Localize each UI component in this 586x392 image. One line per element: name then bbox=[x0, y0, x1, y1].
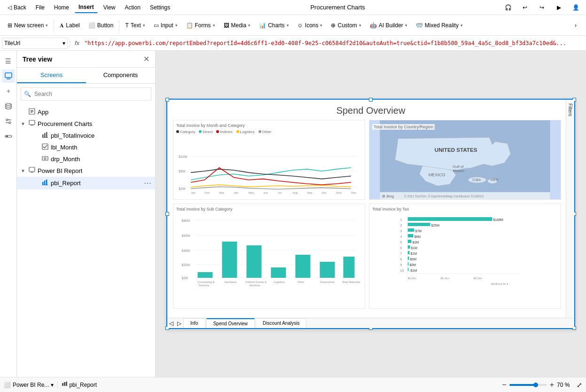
map-svg: UNITED STATES MEXICO Gulf of Mexico CUBA… bbox=[369, 120, 561, 199]
more-toolbar-button[interactable]: › bbox=[569, 19, 582, 32]
strip-data-icon[interactable] bbox=[2, 100, 15, 113]
strip-variables-icon[interactable] bbox=[2, 115, 15, 128]
svg-text:$2M: $2M bbox=[182, 276, 188, 280]
dropdown-icon bbox=[41, 155, 49, 163]
tree-item-total-invoice[interactable]: pbl_TotalInvoice bbox=[17, 130, 155, 141]
hbar-chart-title: Total Invoice by Tax bbox=[372, 207, 558, 212]
charts-button[interactable]: 📊 Charts ▾ bbox=[255, 18, 292, 33]
ai-builder-button[interactable]: 🤖 AI Builder ▾ bbox=[366, 18, 411, 33]
strip-menu-icon[interactable]: ☰ bbox=[2, 55, 15, 68]
headset-icon-btn[interactable]: 🎧 bbox=[501, 1, 515, 14]
svg-text:4: 4 bbox=[400, 235, 402, 238]
tree-drp-month-label: drp_Month bbox=[51, 156, 151, 163]
text-button[interactable]: T Text ▾ bbox=[121, 18, 148, 33]
bottom-screen-chevron: ▾ bbox=[51, 382, 54, 388]
icons-button[interactable]: ☺ Icons ▾ bbox=[294, 18, 327, 33]
input-chevron: ▾ bbox=[175, 23, 178, 28]
custom-button[interactable]: ⊕ Custom ▾ bbox=[327, 18, 365, 33]
pbi-tab-nav-right[interactable]: ▷ bbox=[175, 318, 183, 328]
button-icon: ⬜ bbox=[88, 22, 95, 29]
tree-lbl-month-label: lbl_Month bbox=[51, 144, 151, 151]
text-icon: T bbox=[125, 22, 128, 29]
tree-item-app[interactable]: App bbox=[17, 106, 155, 118]
svg-rect-27 bbox=[42, 185, 48, 185]
input-button[interactable]: ▭ Input ▾ bbox=[150, 18, 181, 33]
redo-icon-btn[interactable]: ↪ bbox=[535, 1, 548, 14]
play-icon-btn[interactable]: ▶ bbox=[552, 1, 565, 14]
ai-builder-icon: 🤖 bbox=[370, 22, 377, 29]
button-button[interactable]: ⬜ Button bbox=[85, 18, 117, 33]
svg-rect-73 bbox=[296, 255, 311, 278]
pbi-tab-nav-left[interactable]: ◁ bbox=[167, 318, 175, 328]
menu-settings[interactable]: Settings bbox=[146, 2, 174, 13]
zoom-minus-button[interactable]: − bbox=[502, 381, 506, 389]
svg-text:Jun: Jun bbox=[263, 191, 268, 194]
media-button[interactable]: 🖼 Media ▾ bbox=[220, 18, 255, 33]
sidebar-close-button[interactable]: ✕ bbox=[143, 55, 149, 63]
zoom-slider[interactable] bbox=[509, 384, 547, 386]
pbi-tab-spend-overview[interactable]: Spend Overview bbox=[206, 318, 255, 328]
filters-label[interactable]: Filters bbox=[568, 100, 573, 120]
expand-icon[interactable]: ⤢ bbox=[577, 381, 582, 389]
pbi-tab-discount-analysis[interactable]: Discount Analysis bbox=[256, 318, 306, 328]
chart-icon-1 bbox=[41, 132, 49, 140]
search-icon: 🔍 bbox=[24, 91, 31, 97]
svg-rect-89 bbox=[408, 223, 430, 226]
canvas-area[interactable]: Filters Spend Overview Total Invoice by … bbox=[156, 51, 586, 377]
menu-view[interactable]: View bbox=[100, 2, 119, 13]
svg-text:$6M: $6M bbox=[414, 235, 421, 238]
legend-indirect: Indirect bbox=[216, 130, 232, 134]
svg-rect-121 bbox=[62, 383, 63, 386]
undo-icon-btn[interactable]: ↩ bbox=[518, 1, 531, 14]
menu-file[interactable]: File bbox=[32, 2, 48, 13]
forms-button[interactable]: 📋 Forms ▾ bbox=[182, 18, 219, 33]
tree-more-button[interactable]: ⋯ bbox=[144, 179, 151, 188]
pbi-frame[interactable]: Filters Spend Overview Total Invoice by … bbox=[166, 99, 575, 329]
tab-components[interactable]: Components bbox=[86, 68, 155, 83]
mixed-reality-btn-label: Mixed Reality bbox=[425, 22, 459, 29]
property-selector[interactable]: TileUrl ▾ bbox=[2, 38, 68, 49]
tree-item-procurement-charts[interactable]: ▼ Procurement Charts bbox=[17, 118, 155, 130]
search-input[interactable] bbox=[21, 87, 151, 101]
tree-procurement-label: Procurement Charts bbox=[38, 120, 151, 127]
main-content: ☰ ＋ Tree view ✕ Screens Components 🔍 bbox=[0, 51, 586, 377]
new-screen-button[interactable]: ⊞ New screen ▾ bbox=[4, 18, 52, 33]
formula-input[interactable]: "https://app.powerbi.com/reportEmbed?rep… bbox=[84, 40, 584, 47]
svg-rect-26 bbox=[46, 180, 47, 185]
pbi-tab-info[interactable]: Info bbox=[183, 318, 205, 328]
bottom-control-selector[interactable]: pbi_Report bbox=[62, 381, 97, 388]
svg-rect-13 bbox=[29, 120, 35, 125]
strip-insert-icon[interactable]: ＋ bbox=[2, 85, 15, 98]
menu-insert[interactable]: Insert bbox=[75, 2, 98, 13]
ai-builder-chevron: ▾ bbox=[405, 23, 407, 28]
zoom-plus-button[interactable]: + bbox=[550, 381, 554, 389]
zoom-slider-fill bbox=[509, 384, 536, 386]
svg-rect-92 bbox=[408, 228, 414, 232]
svg-text:3: 3 bbox=[400, 229, 402, 233]
svg-rect-98 bbox=[408, 240, 412, 243]
tree-item-drp-month[interactable]: drp_Month bbox=[17, 153, 155, 165]
forms-icon: 📋 bbox=[186, 22, 193, 29]
svg-text:$0.0bn: $0.0bn bbox=[408, 277, 416, 280]
back-button[interactable]: ◁ Back bbox=[4, 2, 30, 13]
tree-item-pbi-report-ctrl[interactable]: pbi_Report ⋯ bbox=[17, 177, 155, 189]
tree-item-lbl-month[interactable]: lbl_Month bbox=[17, 141, 155, 153]
svg-text:Aug: Aug bbox=[292, 191, 298, 194]
bottom-bar: ⬜ Power BI Re... ▾ pbi_Report − + 70 % ⤢ bbox=[0, 377, 586, 392]
zoom-slider-thumb[interactable] bbox=[533, 383, 538, 387]
svg-text:Apr: Apr bbox=[234, 191, 239, 194]
tab-screens[interactable]: Screens bbox=[17, 68, 86, 83]
label-button[interactable]: 𝐀 Label bbox=[56, 18, 83, 33]
svg-text:Feb: Feb bbox=[204, 191, 210, 194]
menu-action[interactable]: Action bbox=[121, 2, 144, 13]
tree-item-pbi-report[interactable]: ▼ Power BI Report bbox=[17, 165, 155, 177]
strip-screens-icon[interactable] bbox=[2, 70, 15, 83]
svg-text:Contracting &: Contracting & bbox=[198, 281, 215, 283]
strip-controls-icon[interactable] bbox=[2, 130, 15, 143]
user-icon-btn[interactable]: 👤 bbox=[569, 1, 582, 14]
menu-home[interactable]: Home bbox=[50, 2, 73, 13]
bottom-screen-selector[interactable]: ⬜ Power BI Re... ▾ bbox=[4, 382, 54, 388]
filters-panel[interactable]: Filters bbox=[566, 100, 574, 328]
mixed-reality-button[interactable]: 🥽 Mixed Reality ▾ bbox=[412, 18, 467, 33]
line-chart-svg: $10M $5M $2M bbox=[176, 136, 362, 209]
